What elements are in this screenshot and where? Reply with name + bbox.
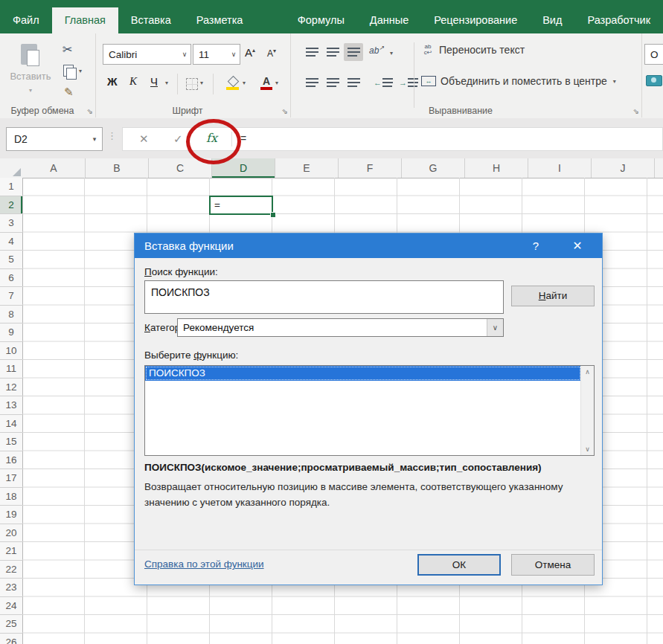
ribbon-tab-review[interactable]: Рецензирование — [421, 7, 530, 33]
align-right-button[interactable] — [344, 74, 363, 91]
font-dialog-launcher-icon[interactable]: ⇘ — [282, 108, 288, 115]
align-center-button[interactable] — [323, 74, 342, 91]
paste-button[interactable]: Вставить ▾ — [7, 39, 54, 109]
ribbon-tab-view[interactable]: Вид — [530, 7, 574, 33]
category-dropdown[interactable]: Рекомендуется ∨ — [177, 318, 504, 337]
row-header-12[interactable]: 12 — [0, 379, 22, 397]
underline-chevron-icon[interactable]: ▾ — [165, 80, 168, 86]
active-cell-D2[interactable]: = — [209, 196, 273, 215]
dialog-close-button[interactable]: ✕ — [565, 234, 590, 258]
row-header-16[interactable]: 16 — [0, 451, 22, 470]
font-color-button[interactable]: А — [260, 75, 272, 87]
ribbon-tab-page-layout[interactable]: Разметка страницы — [184, 7, 285, 33]
fill-color-chevron-icon[interactable]: ▾ — [243, 80, 246, 86]
row-header-19[interactable]: 19 — [0, 506, 22, 524]
column-header-F[interactable]: F — [339, 158, 402, 178]
row-header-13[interactable]: 13 — [0, 396, 22, 415]
search-function-input[interactable]: ПОИСКПОЗ — [144, 280, 504, 314]
increase-indent-button[interactable]: → — [399, 74, 418, 91]
orientation-chevron-icon[interactable]: ▾ — [390, 50, 393, 57]
row-header-22[interactable]: 22 — [0, 561, 22, 579]
bold-button[interactable]: Ж — [107, 75, 118, 88]
chevron-down-icon[interactable]: ▾ — [87, 135, 102, 143]
number-format-combobox[interactable]: О — [644, 44, 663, 65]
font-color-chevron-icon[interactable]: ▾ — [275, 80, 278, 86]
find-button[interactable]: Найти — [511, 286, 595, 306]
row-header-14[interactable]: 14 — [0, 415, 22, 434]
column-header-K[interactable]: K — [655, 158, 663, 178]
font-name-combobox[interactable]: Calibri ∨ — [103, 44, 191, 65]
row-header-20[interactable]: 20 — [0, 524, 22, 543]
row-header-6[interactable]: 6 — [0, 269, 22, 288]
row-header-21[interactable]: 21 — [0, 542, 22, 561]
row-header-23[interactable]: 23 — [0, 579, 22, 597]
column-header-J[interactable]: J — [592, 158, 655, 178]
dialog-help-button[interactable]: ? — [525, 234, 547, 258]
decrease-indent-button[interactable]: ← — [374, 74, 393, 91]
chevron-down-icon[interactable]: ▾ — [79, 68, 82, 74]
row-header-7[interactable]: 7 — [0, 287, 22, 306]
align-top-button[interactable] — [302, 43, 321, 61]
align-middle-button[interactable] — [323, 43, 342, 61]
select-all-corner[interactable] — [0, 158, 23, 178]
row-header-26[interactable]: 26 — [0, 634, 22, 644]
listbox-scrollbar[interactable]: ∧ ∨ — [580, 366, 594, 455]
row-header-25[interactable]: 25 — [0, 615, 22, 634]
orientation-button[interactable]: ab↗ — [369, 45, 384, 56]
row-header-4[interactable]: 4 — [0, 233, 22, 251]
help-on-function-link[interactable]: Справка по этой функции — [144, 558, 264, 570]
row-header-10[interactable]: 10 — [0, 342, 22, 361]
decrease-font-size-button[interactable]: А▾ — [267, 48, 276, 59]
fill-color-button[interactable] — [226, 77, 240, 90]
borders-chevron-icon[interactable]: ▾ — [200, 80, 203, 86]
row-header-18[interactable]: 18 — [0, 488, 22, 506]
column-header-I[interactable]: I — [528, 158, 592, 178]
row-header-11[interactable]: 11 — [0, 360, 22, 379]
function-list-item[interactable]: ПОИСКПОЗ — [145, 366, 581, 381]
underline-button[interactable]: Ч — [150, 75, 158, 88]
row-header-9[interactable]: 9 — [0, 323, 22, 342]
formula-input[interactable]: = — [240, 132, 246, 144]
row-header-3[interactable]: 3 — [0, 214, 22, 233]
fill-handle[interactable] — [270, 212, 276, 218]
row-header-8[interactable]: 8 — [0, 306, 22, 324]
increase-font-size-button[interactable]: А▴ — [245, 46, 255, 59]
align-left-button[interactable] — [302, 74, 321, 91]
column-header-E[interactable]: E — [275, 158, 339, 178]
format-painter-icon[interactable]: ✎ — [64, 86, 74, 99]
column-header-H[interactable]: H — [465, 158, 528, 178]
row-header-1[interactable]: 1 — [0, 178, 22, 196]
wrap-text-button[interactable]: abc↩ Переносить текст — [421, 44, 525, 56]
scroll-up-icon[interactable]: ∧ — [581, 366, 594, 378]
ok-button[interactable]: ОК — [417, 554, 501, 576]
row-header-5[interactable]: 5 — [0, 251, 22, 269]
borders-button[interactable] — [186, 78, 198, 90]
ribbon-tab-developer[interactable]: Разработчик — [574, 7, 663, 33]
copy-icon[interactable] — [63, 65, 74, 77]
clipboard-dialog-launcher-icon[interactable]: ⇘ — [87, 108, 93, 115]
align-bottom-button[interactable] — [344, 43, 363, 61]
cancel-formula-icon[interactable]: ✕ — [139, 132, 149, 146]
column-header-B[interactable]: B — [86, 158, 149, 178]
row-header-15[interactable]: 15 — [0, 433, 22, 451]
row-header-2[interactable]: 2 — [0, 196, 22, 215]
ribbon-tab-insert[interactable]: Вставка — [118, 7, 184, 33]
ribbon-tab-formulas[interactable]: Формулы — [285, 7, 357, 33]
ribbon-tab-home[interactable]: Главная — [52, 7, 118, 33]
accounting-format-icon[interactable] — [646, 75, 662, 86]
row-header-24[interactable]: 24 — [0, 597, 22, 616]
chevron-down-icon[interactable]: ∨ — [487, 319, 503, 336]
column-header-G[interactable]: G — [402, 158, 465, 178]
name-box[interactable]: D2 ▾ — [6, 127, 103, 151]
row-header-17[interactable]: 17 — [0, 469, 22, 488]
font-size-combobox[interactable]: 11 ∨ — [193, 44, 240, 65]
function-listbox[interactable]: ПОИСКПОЗ ∧ ∨ — [144, 365, 595, 456]
alignment-dialog-launcher-icon[interactable]: ⇘ — [633, 108, 639, 115]
ribbon-tab-file[interactable]: Файл — [0, 7, 52, 33]
cancel-button[interactable]: Отмена — [511, 554, 595, 576]
enter-formula-icon[interactable]: ✓ — [173, 132, 183, 146]
column-header-A[interactable]: A — [22, 158, 86, 178]
cut-icon[interactable]: ✂ — [63, 42, 72, 57]
merge-center-button[interactable]: ↔ Объединить и поместить в центре ▾ — [421, 75, 616, 87]
scroll-down-icon[interactable]: ∨ — [581, 443, 594, 455]
